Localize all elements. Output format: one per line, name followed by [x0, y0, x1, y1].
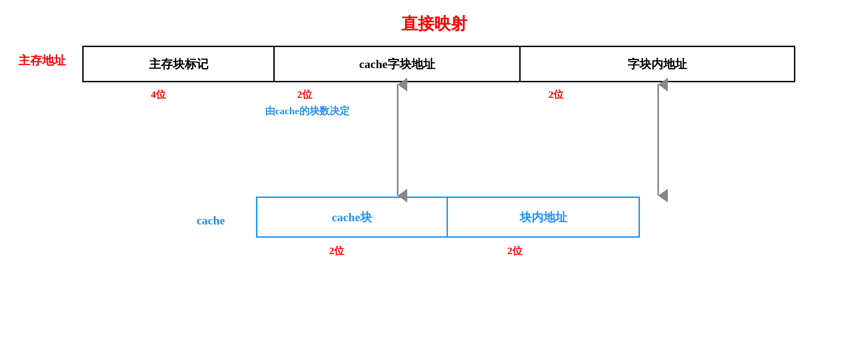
block-bit-label: 2位 [548, 88, 564, 101]
mem-block-segment: 字块内地址 [521, 47, 794, 81]
cache-bottom-bit-label: 2位 [329, 244, 344, 258]
page-title: 直接映射 [401, 13, 467, 35]
cache-bit-label: 2位 [297, 88, 312, 101]
cache-note-label: 由cache的块数决定 [265, 104, 350, 118]
cache-block-segment: cache块 [257, 198, 448, 236]
cache-label: cache [197, 214, 225, 228]
tag-bit-label: 4位 [151, 88, 166, 101]
inner-bottom-bit-label: 2位 [507, 244, 522, 258]
cache-inner-segment: 块内地址 [448, 198, 639, 236]
mem-tag-segment: 主存块标记 [84, 47, 275, 81]
cache-box: cache块 块内地址 [256, 197, 640, 238]
mem-addr-label: 主存地址 [18, 53, 66, 69]
diagram-container: 直接映射 主存地址 主存块标记 cache字块地址 字块内地址 4位 2位 由c… [0, 0, 868, 362]
main-memory-box: 主存块标记 cache字块地址 字块内地址 [82, 46, 795, 82]
mem-cache-segment: cache字块地址 [275, 47, 521, 81]
